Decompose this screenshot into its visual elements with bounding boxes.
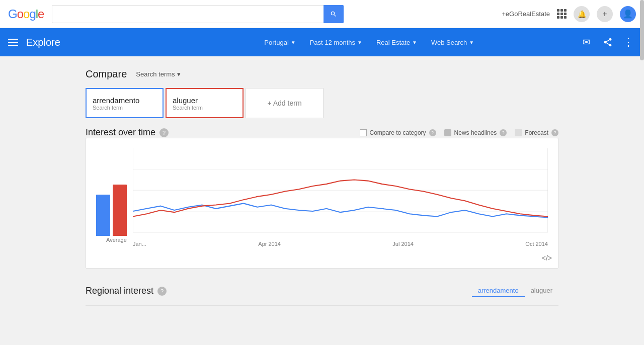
news-help-icon[interactable]: ? — [500, 129, 507, 136]
term-label-arrendamento: Search term — [93, 105, 156, 111]
regional-title: Regional interest — [86, 286, 153, 296]
forecast-label: Forecast — [525, 129, 548, 136]
more-options-icon[interactable]: ⋮ — [622, 35, 636, 49]
interest-title: Interest over time — [86, 127, 155, 138]
regional-divider — [86, 305, 558, 306]
avatar[interactable]: 👤 — [620, 6, 636, 22]
top-right-actions: +eGoRealEstate 🔔 + 👤 — [502, 6, 636, 22]
region-label: Portugal — [264, 39, 288, 46]
interest-section-header: Interest over time ? Compare to category… — [86, 127, 558, 138]
forecast-help-icon[interactable]: ? — [551, 129, 558, 136]
term-box-arrendamento[interactable]: arrendamento Search term — [86, 88, 164, 118]
x-label-jan: Jan... — [133, 241, 146, 247]
chart-container: Average — [86, 138, 558, 269]
logo-e: e — [38, 7, 44, 21]
compare-section: Compare Search terms ▾ arrendamento Sear… — [86, 68, 558, 118]
regional-interest-section: Regional interest ? arrendamento aluguer — [86, 285, 558, 306]
compare-category-label: Compare to category — [370, 129, 426, 136]
blue-line — [133, 203, 548, 217]
interest-help-icon[interactable]: ? — [159, 128, 169, 137]
region-dropdown[interactable]: Portugal ▼ — [257, 35, 302, 50]
search-button[interactable] — [324, 5, 344, 23]
nav-bar: Explore Portugal ▼ Past 12 months ▼ Real… — [0, 28, 644, 56]
notifications-icon[interactable]: 🔔 — [574, 6, 590, 22]
term-box-aluguer[interactable]: aluguer Search term — [166, 88, 244, 118]
red-bar — [113, 185, 127, 236]
search-terms-chevron-icon: ▾ — [177, 70, 181, 78]
regional-tab-aluguer[interactable]: aluguer — [525, 285, 558, 297]
search-icon — [330, 11, 337, 18]
add-term-button[interactable]: + Add term — [246, 88, 324, 118]
email-icon[interactable]: ✉ — [580, 35, 594, 49]
category-label: Real Estate — [376, 39, 410, 46]
search-type-chevron-icon: ▼ — [469, 40, 474, 45]
share-svg — [603, 37, 613, 47]
compare-title: Compare — [86, 68, 127, 80]
compare-category-checkbox[interactable] — [360, 129, 367, 136]
category-dropdown[interactable]: Real Estate ▼ — [369, 35, 424, 50]
x-axis-labels: Jan... Apr 2014 Jul 2014 Oct 2014 — [133, 241, 548, 247]
blue-bar — [96, 195, 110, 236]
regional-tabs: arrendamento aluguer — [472, 285, 558, 297]
user-account-text[interactable]: +eGoRealEstate — [502, 10, 550, 18]
regional-help-icon[interactable]: ? — [157, 287, 167, 296]
category-chevron-icon: ▼ — [412, 40, 417, 45]
search-type-dropdown[interactable]: Web Search ▼ — [424, 35, 481, 50]
main-content: Compare Search terms ▾ arrendamento Sear… — [45, 56, 599, 326]
logo-g2: g — [29, 7, 35, 21]
search-type-label: Web Search — [431, 39, 467, 46]
add-term-label: + Add term — [267, 99, 301, 107]
chart-options: Compare to category ? News headlines ? F… — [360, 129, 558, 136]
terms-row: arrendamento Search term aluguer Search … — [86, 88, 558, 118]
scrollbar-thumb[interactable] — [640, 0, 644, 60]
nav-right-icons: ✉ ⋮ — [580, 35, 636, 49]
plus-icon[interactable]: + — [597, 6, 613, 22]
news-headlines-label: News headlines — [454, 129, 497, 136]
compare-category-option[interactable]: Compare to category ? — [360, 129, 436, 136]
google-logo: Google — [8, 7, 44, 21]
apps-icon[interactable] — [557, 9, 567, 19]
region-chevron-icon: ▼ — [291, 40, 296, 45]
time-dropdown[interactable]: Past 12 months ▼ — [303, 35, 369, 50]
search-terms-button[interactable]: Search terms ▾ — [133, 69, 183, 79]
nav-title: Explore — [26, 37, 60, 48]
logo-o2: o — [23, 7, 29, 21]
x-label-apr: Apr 2014 — [258, 241, 281, 247]
news-dot-icon — [444, 129, 451, 136]
nav-dropdowns: Portugal ▼ Past 12 months ▼ Real Estate … — [257, 35, 481, 50]
interest-over-time-section: Interest over time ? Compare to category… — [86, 127, 558, 269]
time-label: Past 12 months — [310, 39, 355, 46]
logo-g1: G — [8, 7, 17, 21]
avg-label: Average — [106, 237, 127, 243]
search-terms-label: Search terms — [136, 70, 175, 78]
line-chart-area: Jan... Apr 2014 Jul 2014 Oct 2014 — [133, 148, 548, 248]
regional-header: Regional interest ? arrendamento aluguer — [86, 285, 558, 297]
top-bar: Google +eGoRealEstate 🔔 + 👤 — [0, 0, 644, 28]
term-label-aluguer: Search term — [173, 105, 236, 111]
term-name-arrendamento: arrendamento — [93, 96, 156, 105]
embed-icon[interactable]: </> — [542, 254, 552, 262]
hamburger-menu[interactable] — [8, 39, 18, 46]
compare-category-help-icon[interactable]: ? — [429, 129, 436, 136]
forecast-option: Forecast ? — [515, 129, 558, 136]
compare-header: Compare Search terms ▾ — [86, 68, 558, 80]
logo-o1: o — [17, 7, 23, 21]
share-icon[interactable] — [601, 35, 615, 49]
term-name-aluguer: aluguer — [173, 96, 236, 105]
search-box — [52, 5, 344, 23]
news-headlines-option: News headlines ? — [444, 129, 507, 136]
time-chevron-icon: ▼ — [357, 40, 362, 45]
line-chart-svg — [133, 148, 548, 248]
bar-chart-section: Average — [96, 148, 127, 248]
forecast-dot-icon — [515, 129, 522, 136]
regional-tab-arrendamento[interactable]: arrendamento — [472, 285, 525, 297]
x-label-oct: Oct 2014 — [525, 241, 548, 247]
scrollbar-track — [640, 0, 644, 345]
search-input[interactable] — [52, 5, 344, 23]
x-label-jul: Jul 2014 — [392, 241, 414, 247]
